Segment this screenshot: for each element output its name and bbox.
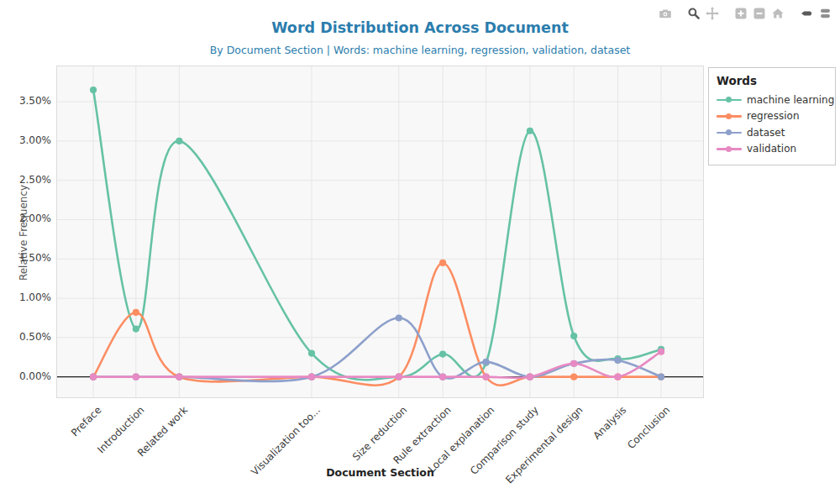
data-point-dataset[interactable] [658,374,664,381]
y-tick-label: 2.50% [0,173,51,186]
y-tick-label: 0.00% [0,370,51,383]
data-point-dataset[interactable] [614,357,621,364]
y-tick-label: 1.00% [0,291,51,304]
data-point-dataset[interactable] [396,314,402,321]
data-point-validation[interactable] [396,374,402,381]
data-point-machine-learning[interactable] [133,325,139,332]
x-axis-title: Document Section [56,466,704,479]
legend-line-marker [717,129,742,136]
data-point-validation[interactable] [308,374,315,381]
y-axis-title: Relative Frequency [18,174,29,291]
data-point-validation[interactable] [570,360,577,367]
data-point-machine-learning[interactable] [527,128,533,134]
plot-canvas[interactable] [56,66,704,398]
legend-item-dataset[interactable]: dataset [717,124,828,141]
data-point-validation[interactable] [658,349,664,355]
data-point-validation[interactable] [439,374,446,381]
legend-line-marker [717,97,742,103]
chart-window: Word Distribution Across Document By Doc… [0,0,840,504]
y-tick-label: 3.50% [0,94,51,108]
data-point-machine-learning[interactable] [570,333,577,339]
data-point-regression[interactable] [133,309,139,316]
y-tick-label: 3.00% [0,134,51,147]
data-point-machine-learning[interactable] [176,138,182,144]
chart-title: Word Distribution Across Document [0,19,840,36]
y-tick-label: 1.50% [0,251,51,265]
y-tick-label: 0.50% [0,330,51,344]
data-point-validation[interactable] [527,374,533,381]
data-point-validation[interactable] [133,374,139,381]
line-chart[interactable] [57,66,703,397]
data-point-validation[interactable] [90,374,97,381]
chart-subtitle: By Document Section | Words: machine lea… [0,44,840,56]
legend-line-marker [717,113,742,119]
legend-line-marker [717,145,742,152]
legend-item-validation[interactable]: validation [717,141,828,158]
data-point-regression[interactable] [439,260,446,266]
data-point-machine-learning[interactable] [439,350,446,357]
data-point-validation[interactable] [176,374,182,381]
data-point-machine-learning[interactable] [308,349,315,356]
legend-item-regression[interactable]: regression [717,108,828,125]
data-point-regression[interactable] [570,374,577,381]
legend: Words machine learning regression datase… [708,67,836,165]
data-point-machine-learning[interactable] [90,87,97,93]
series-line-regression[interactable] [93,263,661,386]
y-tick-label: 2.00% [0,212,51,225]
data-point-validation[interactable] [614,374,621,381]
data-point-validation[interactable] [483,374,490,381]
legend-item-machine-learning[interactable]: machine learning [717,92,828,108]
series-line-dataset[interactable] [93,318,661,381]
data-point-dataset[interactable] [483,359,490,365]
legend-title: Words [717,74,828,87]
